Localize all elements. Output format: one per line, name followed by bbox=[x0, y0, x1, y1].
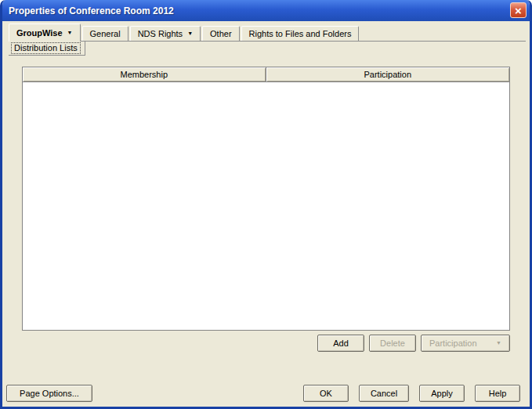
tab-label: Other bbox=[210, 29, 232, 38]
apply-button[interactable]: Apply bbox=[419, 385, 465, 402]
distribution-lists-table: Membership Participation bbox=[22, 67, 510, 331]
title-bar[interactable]: Properties of Conference Room 2012 × bbox=[2, 0, 530, 21]
tab-label: NDS Rights bbox=[138, 29, 183, 38]
tab-rights-to-files-and-folders[interactable]: Rights to Files and Folders bbox=[241, 26, 360, 41]
table-body[interactable] bbox=[23, 82, 509, 330]
help-button[interactable]: Help bbox=[475, 385, 520, 402]
subtab-distribution-lists[interactable]: Distribution Lists bbox=[9, 42, 85, 56]
close-button[interactable]: × bbox=[510, 2, 527, 18]
tab-label: GroupWise bbox=[16, 28, 63, 38]
column-header-participation[interactable]: Participation bbox=[266, 67, 510, 82]
table-action-buttons: Add Delete Participation ▼ bbox=[317, 335, 510, 352]
delete-button[interactable]: Delete bbox=[369, 335, 416, 352]
table-header-row: Membership Participation bbox=[23, 67, 509, 82]
tab-bar: GroupWise ▼ General NDS Rights ▼ Other R… bbox=[9, 24, 526, 42]
participation-button[interactable]: Participation ▼ bbox=[421, 335, 510, 352]
participation-button-label: Participation bbox=[429, 338, 477, 348]
chevron-down-icon: ▼ bbox=[496, 339, 501, 347]
cancel-button[interactable]: Cancel bbox=[359, 385, 409, 402]
tab-other[interactable]: Other bbox=[202, 26, 240, 41]
ok-button[interactable]: OK bbox=[303, 385, 349, 402]
column-header-membership[interactable]: Membership bbox=[23, 67, 266, 82]
page-options-button[interactable]: Page Options... bbox=[6, 385, 92, 402]
tab-label: General bbox=[90, 29, 121, 38]
close-icon: × bbox=[515, 5, 522, 16]
chevron-down-icon: ▼ bbox=[67, 29, 73, 37]
subtab-label: Distribution Lists bbox=[11, 42, 81, 54]
chevron-down-icon: ▼ bbox=[187, 30, 193, 38]
tab-nds-rights[interactable]: NDS Rights ▼ bbox=[130, 26, 201, 41]
window-title: Properties of Conference Room 2012 bbox=[2, 5, 174, 16]
tab-general[interactable]: General bbox=[82, 26, 128, 41]
dialog-footer: Page Options... OK Cancel Apply Help bbox=[6, 385, 520, 402]
add-button[interactable]: Add bbox=[317, 335, 364, 352]
tab-groupwise[interactable]: GroupWise ▼ bbox=[9, 24, 81, 42]
footer-button-group: OK Cancel Apply Help bbox=[303, 385, 520, 402]
tab-label: Rights to Files and Folders bbox=[249, 29, 352, 38]
properties-dialog: Properties of Conference Room 2012 × Gro… bbox=[0, 0, 532, 409]
